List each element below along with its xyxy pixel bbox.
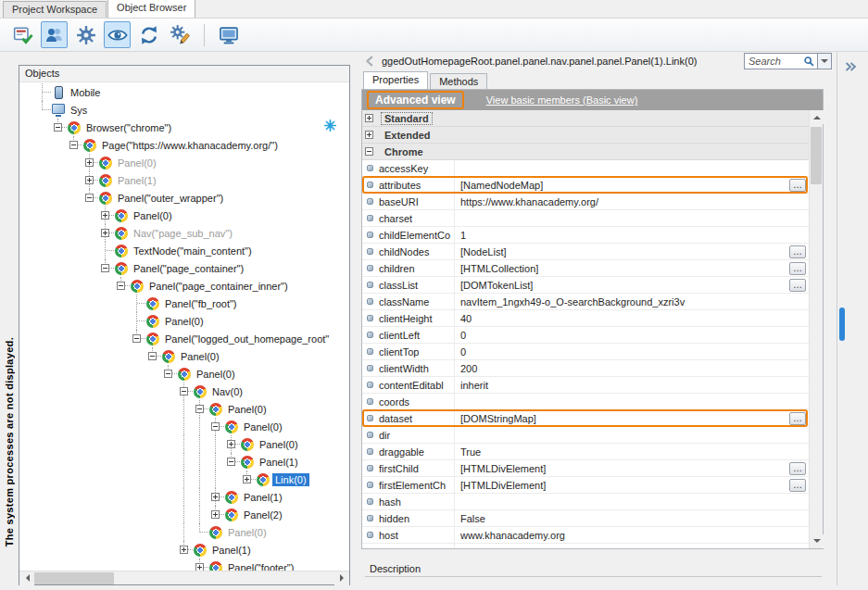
tree-node[interactable]: Panel(0) (19, 312, 349, 330)
ellipsis-button[interactable]: … (789, 412, 806, 425)
ellipsis-button[interactable]: … (789, 245, 806, 258)
tree-node-label[interactable]: Panel(2) (241, 508, 285, 521)
window-tab-object-browser[interactable]: Object Browser (107, 0, 195, 18)
tree-node-label[interactable]: Browser("chrome") (83, 121, 174, 134)
property-row[interactable]: coords (362, 394, 809, 410)
tree-node[interactable]: Panel(1) (19, 453, 349, 471)
property-row[interactable]: hostwww.khanacademy.org (362, 527, 809, 544)
expand-icon[interactable] (227, 440, 235, 448)
tree-node[interactable]: Nav("page_sub_nav") (19, 224, 349, 242)
show-hidden-objects-button[interactable] (104, 21, 131, 48)
property-row[interactable]: contentEditablinherit (362, 377, 809, 394)
expand-icon[interactable] (85, 158, 94, 167)
property-row[interactable]: classNamenavItem_1ngxh49-o_O-searchBackg… (362, 294, 809, 310)
tree-node-label[interactable]: Panel("page_container") (131, 262, 246, 275)
tree-node-label[interactable]: Panel(0) (115, 157, 159, 169)
tree-node[interactable]: Panel(2) (19, 506, 349, 523)
vscrollbar-thumb[interactable] (811, 127, 822, 184)
collapse-icon[interactable] (85, 194, 94, 202)
tree-node[interactable]: Panel(1) (19, 171, 349, 189)
property-row[interactable]: accessKey (362, 160, 809, 177)
property-row[interactable]: hiddenFalse (362, 510, 809, 527)
category-extended[interactable]: Extended (362, 127, 809, 144)
property-row[interactable]: clientTop0 (362, 344, 809, 360)
object-settings-button[interactable] (72, 21, 99, 48)
collapse-icon[interactable] (365, 147, 373, 156)
scroll-up-button[interactable] (810, 110, 824, 124)
property-row[interactable]: clientHeight40 (362, 310, 809, 327)
expand-icon[interactable] (180, 546, 188, 554)
collapse-icon[interactable] (117, 282, 125, 290)
tree-node-label[interactable]: Panel("page_container_inner") (146, 280, 291, 293)
category-standard[interactable]: Standard (362, 110, 809, 127)
tree-node-label[interactable]: Panel(0) (178, 350, 222, 363)
tree-node[interactable]: Panel(0) (19, 418, 349, 435)
ellipsis-button[interactable]: … (789, 262, 806, 275)
tree-node[interactable]: Panel(0) (19, 523, 349, 541)
tree-node-label[interactable]: Panel(0) (225, 403, 270, 416)
hscrollbar-thumb[interactable] (34, 572, 114, 584)
property-row[interactable]: children[HTMLCollection]… (362, 260, 809, 277)
tree-node-label[interactable]: Mobile (68, 86, 103, 99)
expand-icon[interactable] (365, 114, 373, 122)
tree-node-label[interactable]: Panel(0) (225, 526, 270, 539)
expand-icon[interactable] (365, 131, 373, 139)
tree-node-label[interactable]: Panel(0) (194, 368, 238, 381)
tab-properties[interactable]: Properties (363, 71, 428, 89)
tree-node-label[interactable]: Nav("page_sub_nav") (131, 227, 235, 240)
tree-horizontal-scrollbar[interactable] (19, 571, 349, 584)
expand-icon[interactable] (211, 493, 220, 501)
show-device-button[interactable] (215, 21, 242, 48)
expand-icon[interactable] (101, 229, 109, 237)
property-row[interactable]: charset (362, 210, 809, 227)
property-row[interactable]: clientLeft0 (362, 327, 809, 344)
expand-icon[interactable] (85, 176, 94, 184)
tree-node-label[interactable]: Panel(0) (131, 209, 175, 222)
tree-node[interactable]: Panel("outer_wrapper") (19, 189, 349, 207)
property-row[interactable]: childElementCo1 (362, 227, 809, 244)
scroll-down-button[interactable] (810, 534, 824, 548)
expand-icon[interactable] (101, 211, 109, 220)
tree-node[interactable]: TextNode("main_content") (19, 242, 349, 259)
expand-icon[interactable] (211, 510, 220, 519)
checkpoint-button[interactable] (9, 21, 36, 48)
tree-node[interactable]: Panel("footer") (19, 559, 349, 571)
property-row[interactable]: firstChild[HTMLDivElement]… (362, 460, 809, 477)
tree-node[interactable]: Panel(0) (19, 347, 349, 365)
customize-button[interactable] (167, 21, 194, 48)
tree-node[interactable]: Panel(0) (19, 207, 349, 224)
back-button[interactable] (361, 53, 378, 69)
tree-node[interactable]: Panel(1) (19, 541, 349, 559)
tree-node[interactable]: Sys (19, 101, 349, 119)
property-row[interactable]: attributes[NamedNodeMap]… (362, 177, 809, 194)
property-row[interactable]: draggableTrue (362, 444, 809, 460)
property-row[interactable]: dataset[DOMStringMap]… (362, 410, 809, 427)
property-row[interactable]: clientWidth200 (362, 360, 809, 377)
tree-node[interactable]: Panel(0) (19, 400, 349, 418)
tree-node[interactable]: Browser("chrome") (19, 119, 349, 136)
tree-node[interactable]: Panel(0) (19, 435, 349, 453)
ellipsis-button[interactable]: … (789, 479, 806, 492)
property-row[interactable]: baseURIhttps://www.khanacademy.org/ (362, 194, 809, 210)
property-row[interactable]: dir (362, 427, 809, 444)
category-chrome[interactable]: Chrome (362, 144, 809, 160)
tree-node-label[interactable]: Panel(1) (241, 491, 285, 504)
tree-node-label[interactable]: Panel(1) (209, 544, 254, 557)
refresh-button[interactable] (135, 21, 162, 48)
tree-node-label[interactable]: Panel(1) (115, 174, 159, 187)
collapse-icon[interactable] (132, 334, 141, 343)
expand-panel-button[interactable] (842, 59, 859, 74)
tree-node[interactable]: Panel(0) (19, 154, 349, 171)
expand-icon[interactable] (243, 475, 251, 483)
tree-node-label[interactable]: Panel(0) (162, 315, 207, 328)
show-tested-applications-button[interactable] (41, 21, 68, 48)
property-row[interactable]: hash (362, 494, 809, 510)
collapse-icon[interactable] (227, 458, 235, 466)
collapse-icon[interactable] (148, 352, 157, 360)
tree-node-label[interactable]: Panel("footer") (225, 561, 296, 571)
tree-node-label[interactable]: TextNode("main_content") (131, 245, 255, 257)
tree-node[interactable]: Panel("logged_out_homepage_root" (19, 330, 349, 347)
tree-node-label[interactable]: Panel(1) (257, 456, 301, 469)
basic-view-link[interactable]: View basic members (Basic view) (486, 94, 638, 106)
tree-node[interactable]: Page("https://www.khanacademy.org/") (19, 136, 349, 154)
